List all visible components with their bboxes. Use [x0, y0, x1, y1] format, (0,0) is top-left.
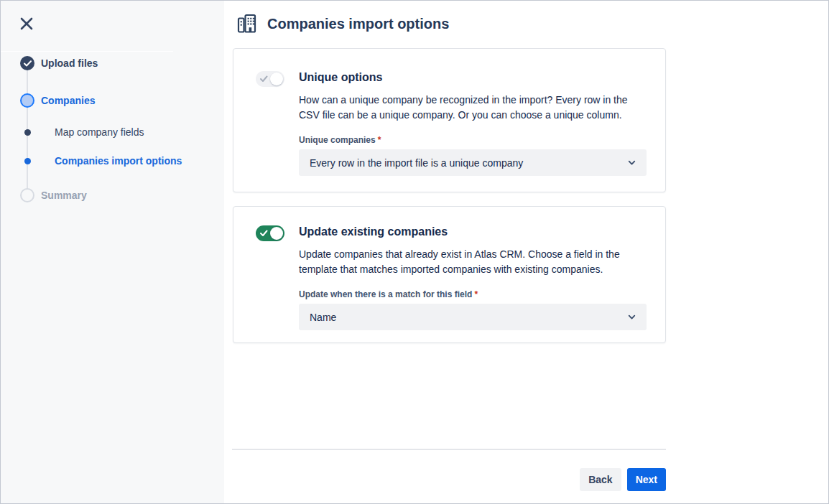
- step-summary[interactable]: Summary: [20, 188, 87, 202]
- card-title: Unique options: [299, 71, 647, 84]
- step-upload-files[interactable]: Upload files: [20, 56, 98, 70]
- back-button[interactable]: Back: [580, 468, 621, 491]
- card-content: Update existing companies Update compani…: [299, 225, 647, 342]
- step-completed-icon: [20, 56, 34, 70]
- step-label: Upload files: [41, 57, 98, 69]
- toggle-knob: [270, 73, 283, 85]
- step-label: Companies: [41, 95, 95, 106]
- select-value: Name: [310, 312, 336, 323]
- companies-import-wizard: Upload files Companies Map company field…: [0, 0, 829, 504]
- required-asterisk: *: [474, 289, 478, 299]
- step-upcoming-icon: [20, 188, 34, 202]
- chevron-down-icon: [626, 157, 637, 168]
- step-label: Summary: [41, 190, 87, 201]
- check-icon: [24, 60, 32, 67]
- update-existing-toggle[interactable]: [256, 225, 284, 241]
- wizard-stepper: Upload files Companies Map company field…: [1, 1, 224, 503]
- select-value: Every row in the import file is a unique…: [310, 157, 523, 169]
- check-icon: [260, 230, 268, 237]
- field-label: Unique companies*: [299, 135, 647, 145]
- update-existing-companies-card: Update existing companies Update compani…: [233, 206, 666, 343]
- chevron-down-icon: [626, 312, 637, 322]
- unique-options-toggle: [256, 71, 284, 87]
- field-label: Update when there is a match for this fi…: [299, 289, 647, 299]
- wizard-sidebar: Upload files Companies Map company field…: [1, 1, 224, 503]
- field-label-text: Unique companies: [299, 135, 376, 145]
- substep-dot-icon: [20, 154, 34, 168]
- unique-options-card: Unique options How can a unique company …: [233, 48, 666, 192]
- field-label-text: Update when there is a match for this fi…: [299, 289, 472, 299]
- card-description: Update companies that already exist in A…: [299, 247, 647, 277]
- card-content: Unique options How can a unique company …: [299, 70, 647, 192]
- substep-dot-icon: [20, 125, 34, 139]
- toggle-knob: [270, 227, 283, 240]
- toggle-column: [256, 70, 299, 192]
- page-header: Companies import options: [237, 14, 449, 34]
- toggle-column: [256, 225, 299, 342]
- required-asterisk: *: [378, 135, 381, 145]
- unique-companies-select[interactable]: Every row in the import file is a unique…: [299, 149, 647, 176]
- match-field-select[interactable]: Name: [299, 304, 647, 330]
- company-building-icon: [237, 14, 256, 34]
- card-title: Update existing companies: [299, 225, 647, 238]
- footer-divider: [232, 449, 666, 450]
- step-companies[interactable]: Companies: [20, 93, 95, 108]
- next-button[interactable]: Next: [627, 468, 666, 491]
- step-label: Companies import options: [55, 155, 182, 167]
- page-title: Companies import options: [267, 16, 449, 32]
- substep-companies-import-options[interactable]: Companies import options: [20, 154, 182, 168]
- step-active-icon: [20, 93, 34, 108]
- wizard-footer: Back Next: [233, 468, 666, 491]
- step-label: Map company fields: [55, 126, 144, 138]
- substep-map-company-fields[interactable]: Map company fields: [20, 125, 144, 139]
- card-description: How can a unique company be recognized i…: [299, 93, 647, 123]
- check-icon: [260, 75, 268, 83]
